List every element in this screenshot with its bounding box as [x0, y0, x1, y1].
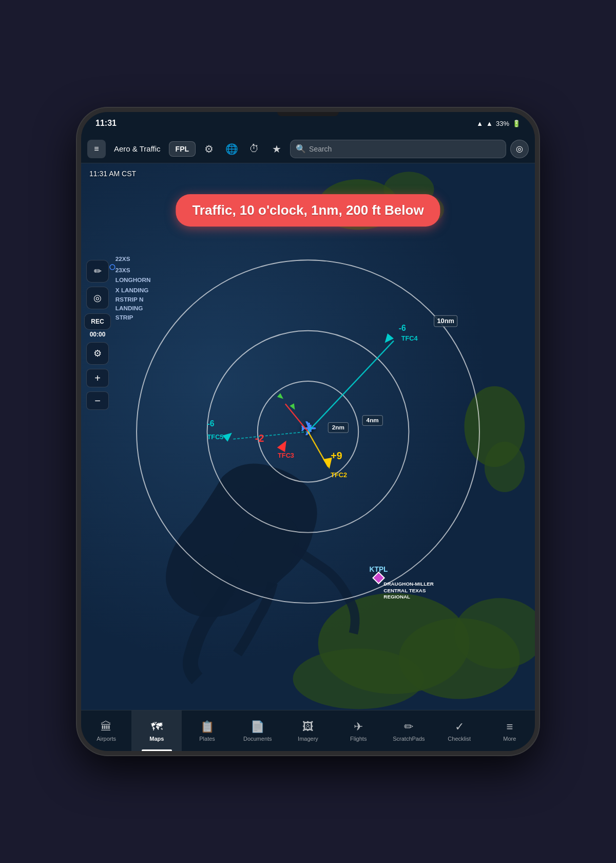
- svg-marker-10: [382, 333, 394, 346]
- traffic-alert-banner: Traffic, 10 o'clock, 1nm, 200 ft Below: [176, 194, 440, 227]
- svg-text:-6: -6: [399, 324, 406, 332]
- globe-button[interactable]: 🌐: [222, 140, 241, 158]
- pin-button[interactable]: ◎: [86, 287, 109, 309]
- svg-marker-22: [277, 393, 285, 401]
- draw-button[interactable]: ✏: [86, 260, 109, 283]
- svg-text:TFC3: TFC3: [278, 452, 294, 459]
- settings-button[interactable]: ⚙: [200, 140, 218, 158]
- documents-label: Documents: [243, 736, 272, 742]
- status-time: 11:31: [95, 119, 117, 128]
- checklist-label: Checklist: [448, 736, 471, 742]
- maps-icon: 🗺: [151, 720, 162, 734]
- plus-icon: +: [94, 372, 101, 384]
- search-bar[interactable]: 🔍 Search: [290, 140, 506, 158]
- imagery-icon: 🖼: [302, 720, 314, 734]
- timer-display: 00:00: [90, 331, 106, 338]
- left-sidebar: ✏ ◎ REC 00:00 ⚙ + −: [81, 256, 114, 638]
- tfc4-indicator: -6 TFC4: [382, 324, 418, 346]
- clock-icon: ⏱: [249, 143, 259, 155]
- rec-button[interactable]: REC: [84, 313, 111, 330]
- checklist-icon: ✓: [455, 720, 464, 734]
- clock-button[interactable]: ⏱: [245, 140, 263, 158]
- flights-icon: ✈: [354, 720, 363, 734]
- tab-scratchpads[interactable]: ✏ ScratchPads: [383, 710, 434, 751]
- zoom-in-button[interactable]: +: [86, 369, 109, 387]
- documents-icon: 📄: [251, 720, 264, 734]
- traffic-alert-text: Traffic, 10 o'clock, 1nm, 200 ft Below: [192, 202, 424, 218]
- tfc5-indicator: -6 TFC5: [207, 419, 235, 441]
- more-icon: ≡: [506, 720, 513, 734]
- map-area[interactable]: ✈ -6 TFC4 -6 TFC5: [81, 163, 535, 710]
- scratchpads-icon: ✏: [404, 720, 413, 734]
- minus-icon: −: [94, 395, 101, 407]
- search-icon: 🔍: [296, 144, 306, 154]
- tab-flights[interactable]: ✈ Flights: [333, 710, 383, 751]
- plates-label: Plates: [199, 736, 215, 742]
- app-title: Aero & Traffic: [110, 144, 165, 153]
- maps-label: Maps: [149, 736, 164, 742]
- svg-point-8: [293, 649, 424, 709]
- flights-label: Flights: [350, 736, 367, 742]
- traffic-green: [277, 393, 285, 401]
- dist-label-4nm: 4nm: [367, 417, 379, 423]
- layers-icon: ≡: [94, 144, 99, 154]
- svg-marker-13: [222, 429, 235, 441]
- svg-marker-16: [277, 438, 291, 452]
- tab-documents[interactable]: 📄 Documents: [233, 710, 283, 751]
- signal-icon: ▲: [486, 120, 493, 127]
- bookmark-button[interactable]: ★: [267, 140, 286, 158]
- svg-text:DRAUGHON-MILLER: DRAUGHON-MILLER: [383, 581, 434, 587]
- scratchpads-label: ScratchPads: [393, 736, 425, 742]
- svg-text:-2: -2: [255, 433, 264, 444]
- tab-airports[interactable]: 🏛 Airports: [81, 710, 131, 751]
- map-timestamp: 11:31 AM CST: [89, 170, 136, 178]
- zoom-out-button[interactable]: −: [86, 391, 109, 410]
- tab-more[interactable]: ≡ More: [485, 710, 535, 751]
- route-icon: ⚙: [93, 348, 102, 359]
- tab-checklist[interactable]: ✓ Checklist: [434, 710, 485, 751]
- imagery-label: Imagery: [298, 736, 318, 742]
- dist-label-10nm: 10nm: [437, 317, 454, 325]
- tab-maps[interactable]: 🗺 Maps: [131, 710, 182, 751]
- svg-text:REGIONAL: REGIONAL: [383, 594, 410, 599]
- bookmark-icon: ★: [272, 143, 281, 155]
- svg-text:RSTRIP N: RSTRIP N: [116, 296, 144, 303]
- wifi-icon: ▲: [476, 120, 483, 127]
- svg-text:23XS: 23XS: [116, 267, 130, 273]
- notch: [277, 112, 339, 116]
- fpl-button[interactable]: FPL: [169, 141, 196, 157]
- airports-label: Airports: [97, 736, 116, 742]
- tab-bar: 🏛 Airports 🗺 Maps 📋 Plates 📄 Documents 🖼…: [81, 710, 535, 751]
- route-button[interactable]: ⚙: [86, 342, 109, 365]
- nav-bar: ≡ Aero & Traffic FPL ⚙ 🌐 ⏱ ★ 🔍 Search ◎: [81, 135, 535, 163]
- svg-text:LANDING: LANDING: [116, 305, 143, 311]
- device-frame: 11:31 ▲ ▲ 33% 🔋 ≡ Aero & Traffic FPL ⚙ 🌐…: [77, 108, 539, 755]
- tfc5-line: [233, 431, 308, 439]
- tfc3-indicator: -2 TFC3: [255, 433, 294, 459]
- svg-text:+9: +9: [331, 450, 342, 461]
- svg-text:LONGHORN: LONGHORN: [116, 276, 151, 283]
- svg-text:22XS: 22XS: [116, 255, 130, 262]
- svg-text:TFC2: TFC2: [331, 471, 347, 479]
- svg-text:X LANDING: X LANDING: [116, 287, 149, 293]
- more-label: More: [503, 736, 516, 742]
- tab-plates[interactable]: 📋 Plates: [182, 710, 232, 751]
- device-screen: 11:31 ▲ ▲ 33% 🔋 ≡ Aero & Traffic FPL ⚙ 🌐…: [81, 112, 535, 751]
- svg-text:STRIP: STRIP: [116, 314, 133, 321]
- location-button[interactable]: ◎: [510, 140, 529, 158]
- battery-icon: 🔋: [512, 120, 521, 127]
- svg-text:-6: -6: [207, 419, 215, 428]
- svg-rect-25: [373, 572, 384, 584]
- battery-percent: 33%: [496, 120, 509, 127]
- svg-text:CENTRAL TEXAS: CENTRAL TEXAS: [383, 588, 426, 593]
- svg-text:✈: ✈: [300, 418, 316, 440]
- pencil-icon: ✏: [94, 266, 102, 277]
- rec-label: REC: [91, 318, 104, 325]
- svg-point-4: [485, 442, 525, 492]
- plates-icon: 📋: [200, 720, 214, 734]
- tab-imagery[interactable]: 🖼 Imagery: [283, 710, 333, 751]
- pin-icon: ◎: [93, 292, 102, 304]
- airports-icon: 🏛: [101, 720, 112, 734]
- layers-button[interactable]: ≡: [87, 140, 106, 158]
- map-svg: ✈ -6 TFC4 -6 TFC5: [81, 163, 535, 710]
